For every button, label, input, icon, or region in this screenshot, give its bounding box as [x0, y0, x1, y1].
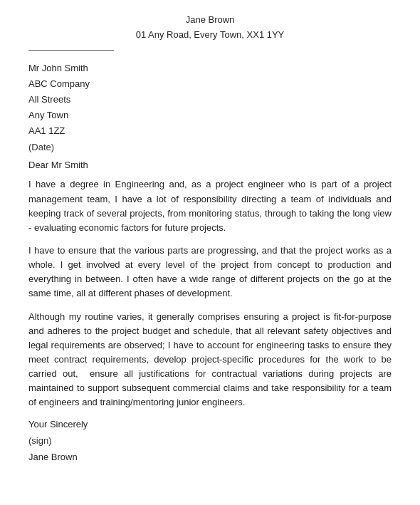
recipient-street: All Streets — [28, 92, 392, 108]
recipient-name: Mr John Smith — [28, 61, 392, 76]
paragraph-1: I have a degree in Engineering and, as a… — [28, 177, 392, 235]
recipient-postcode: AA1 1ZZ — [28, 123, 392, 139]
recipient-town: Any Town — [28, 108, 392, 123]
salutation: Dear Mr Smith — [28, 160, 392, 170]
paragraph-3: Although my routine varies, it generally… — [28, 310, 392, 410]
closing: Your Sincerely — [28, 419, 392, 429]
sender-address-header: 01 Any Road, Every Town, XX1 1YY — [28, 29, 392, 40]
date-placeholder: (Date) — [28, 142, 392, 152]
recipient-block: Mr John Smith ABC Company All Streets An… — [28, 61, 392, 139]
paragraph-2: I have to ensure that the various parts … — [28, 244, 392, 301]
recipient-company: ABC Company — [28, 76, 392, 92]
sender-name-header: Jane Brown — [28, 14, 392, 25]
divider — [28, 50, 114, 51]
sender-name-footer: Jane Brown — [28, 452, 392, 462]
sign-placeholder: (sign) — [28, 435, 392, 446]
